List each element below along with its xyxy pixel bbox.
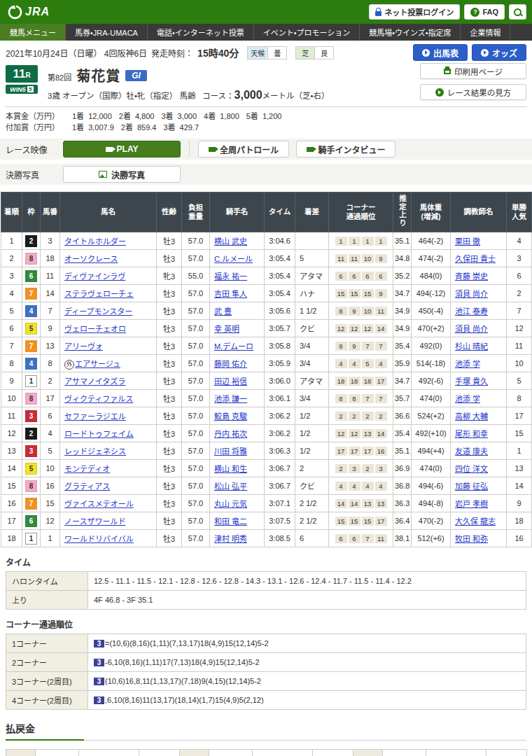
print-page-button[interactable]: 印刷用ページ — [420, 63, 526, 79]
bet-type-label: 枠連 — [180, 750, 209, 756]
jockey-link[interactable]: 津村 明秀 — [214, 535, 247, 543]
horse-name-link[interactable]: ヴァイスメテオール — [64, 500, 134, 508]
finish-position: 9 — [1, 372, 22, 390]
trainer-link[interactable]: 岩戸 孝樹 — [455, 500, 488, 508]
trainer-link[interactable]: 池添 学 — [455, 360, 480, 368]
horse-name-cell: ヴァイスメテオール — [60, 495, 157, 512]
trainer-link[interactable]: 斉藤 崇史 — [455, 272, 488, 281]
margin: クビ — [295, 477, 329, 495]
trainer-link[interactable]: 杉山 晴紀 — [455, 342, 488, 351]
jockey-link[interactable]: 丹内 祐次 — [214, 430, 247, 438]
horse-name-link[interactable]: ヴィクティファルス — [64, 395, 133, 403]
trainer-link[interactable]: 池江 泰寿 — [455, 307, 488, 316]
prize-place: 3着 — [161, 112, 173, 120]
horse-name-link[interactable]: グラティアス — [64, 482, 110, 491]
jockey-link[interactable]: 幸 英明 — [214, 325, 239, 333]
finish-photo-button[interactable]: 決勝写真 — [63, 166, 181, 183]
trainer-link[interactable]: 手塚 貴久 — [455, 377, 488, 386]
horse-name-link[interactable]: ワールドリバイバル — [64, 535, 134, 543]
jockey-link[interactable]: 丸山 元気 — [214, 500, 247, 508]
last-3f: 35.1 — [393, 442, 412, 460]
entries-button[interactable]: 出馬表 — [413, 44, 468, 61]
jockey-link[interactable]: 武 豊 — [214, 307, 232, 316]
waku-cell: 1 — [22, 530, 41, 547]
faq-button[interactable]: FAQ — [464, 4, 505, 20]
horse-name-link[interactable]: アサマノイタズラ — [64, 377, 125, 386]
bet-combination: 3 — [36, 750, 79, 756]
nav-item-5[interactable]: 企業情報 — [460, 24, 510, 41]
net-voting-login-button[interactable]: ネット投票ログイン — [369, 4, 460, 20]
corner-positions: 1111109 — [329, 250, 393, 267]
trainer-link[interactable]: 須貝 尚介 — [455, 290, 488, 298]
jockey-link[interactable]: 和田 竜二 — [214, 517, 247, 526]
horse-name-link[interactable]: エアサージュ — [75, 360, 120, 368]
jra-logo[interactable]: JRA — [6, 4, 50, 20]
jockey-link[interactable]: 横山 武史 — [214, 237, 247, 246]
finish-position: 13 — [1, 442, 22, 460]
jockey-interview-button[interactable]: 騎手インタビュー — [296, 141, 396, 158]
horse-name-link[interactable]: ディヴァインラヴ — [64, 272, 125, 281]
trainer-link[interactable]: 高柳 大輔 — [455, 412, 488, 421]
results-guide-button[interactable]: レース結果の見方 — [420, 84, 526, 100]
patrol-video-button[interactable]: 全周パトロール — [198, 141, 289, 158]
jockey-link[interactable]: 横山 和生 — [214, 465, 247, 473]
nav-item-2[interactable]: 電話・インターネット投票 — [147, 24, 253, 41]
trainer-link[interactable]: 四位 洋文 — [455, 465, 488, 473]
nav-item-3[interactable]: イベント・プロモーション — [253, 24, 360, 41]
horse-name-cell: ヴィクティファルス — [60, 390, 157, 407]
trainer-link[interactable]: 尾形 和幸 — [455, 430, 488, 438]
horse-name-link[interactable]: タイトルホルダー — [64, 237, 126, 246]
trainer-link[interactable]: 大久保 龍志 — [455, 517, 496, 526]
horse-name-link[interactable]: ノースザワールド — [64, 517, 125, 526]
horse-name-link[interactable]: オーソクレース — [64, 255, 118, 263]
jockey-link[interactable]: 川田 将雅 — [214, 447, 247, 456]
last-3f: 35.1 — [393, 232, 412, 250]
trainer-link[interactable]: 友道 康夫 — [455, 447, 488, 456]
horse-name-link[interactable]: セファーラジエル — [64, 412, 126, 421]
horse-name-link[interactable]: ヴェローチェオロ — [64, 325, 126, 333]
jockey-cell: 津村 明秀 — [210, 530, 265, 547]
finish-time: 3:05.9 — [265, 355, 295, 372]
horse-name-link[interactable]: ロードトゥフェイム — [64, 430, 134, 438]
horse-name-cell: ワールドリバイバル — [60, 530, 157, 547]
corner-positions: 1111 — [329, 232, 393, 250]
horse-weight: 524(+2) — [412, 407, 451, 425]
jockey-link[interactable]: 藤岡 佑介 — [214, 360, 247, 368]
horse-name-link[interactable]: ディープモンスター — [64, 307, 132, 316]
horse-name-link[interactable]: アリーヴォ — [64, 342, 103, 351]
trainer-link[interactable]: 加藤 征弘 — [455, 482, 488, 491]
waku-badge: 2 — [25, 235, 37, 247]
carried-weight: 57.0 — [182, 495, 210, 512]
trainer-link[interactable]: 栗田 徹 — [455, 237, 480, 246]
jockey-link[interactable]: 田辺 裕信 — [214, 377, 247, 386]
horse-name-link[interactable]: ステラヴェローチェ — [64, 290, 134, 298]
jockey-link[interactable]: 福永 祐一 — [214, 272, 247, 281]
video-camera-icon — [106, 147, 113, 152]
play-button[interactable]: PLAY — [63, 141, 181, 158]
jockey-link[interactable]: C.ルメール — [214, 255, 253, 263]
carried-weight: 57.0 — [182, 285, 210, 302]
nav-item-1[interactable]: 馬券・JRA-UMACA — [65, 24, 147, 41]
jockey-link[interactable]: 鮫島 克駿 — [214, 412, 247, 421]
nav-item-4[interactable]: 競馬場・ウインズ・指定席 — [359, 24, 460, 41]
odds-button[interactable]: オッズ — [472, 44, 526, 61]
trainer-link[interactable]: 池添 学 — [455, 395, 480, 403]
search-button[interactable] — [509, 4, 526, 20]
trainer-link[interactable]: 牧田 和弥 — [455, 535, 488, 543]
jockey-link[interactable]: 池添 謙一 — [214, 395, 247, 403]
jockey-link[interactable]: 吉田 隼人 — [214, 290, 247, 298]
prize-added-line: 付加賞（万円）1着3,007.92着859.43着429.7 — [6, 122, 526, 133]
jockey-link[interactable]: 松山 弘平 — [214, 482, 247, 491]
horse-name-link[interactable]: モンテディオ — [64, 465, 110, 473]
win-popularity: 18 — [507, 512, 532, 530]
trainer-cell: 四位 洋文 — [451, 460, 507, 477]
waku-badge: 7 — [25, 498, 37, 510]
trainer-link[interactable]: 須貝 尚介 — [455, 325, 488, 333]
win-popularity: 13 — [507, 460, 532, 477]
nav-item-0[interactable]: 競馬メニュー — [0, 24, 65, 41]
trainer-link[interactable]: 久保田 貴士 — [455, 255, 496, 263]
horse-name-link[interactable]: レッドジェネシス — [64, 447, 126, 456]
jockey-cell: 鮫島 克駿 — [210, 407, 265, 425]
time-row-label: ハロンタイム — [6, 572, 88, 591]
jockey-link[interactable]: M.デムーロ — [214, 342, 253, 351]
